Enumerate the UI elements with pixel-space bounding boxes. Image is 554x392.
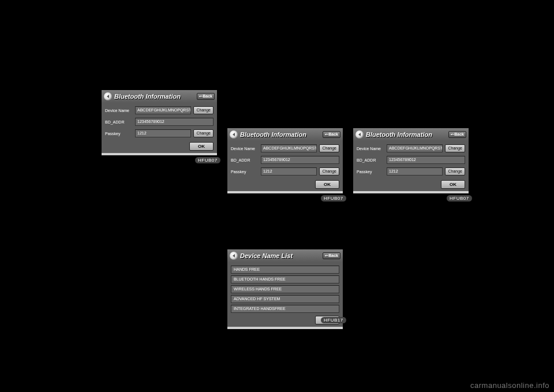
passkey-label: Passkey	[357, 170, 384, 174]
bd-addr-label: BD_ADDR	[231, 158, 259, 162]
speaker-icon	[230, 252, 238, 260]
bd-addr-label: BD_ADDR	[357, 158, 384, 162]
bluetooth-info-panel: Bluetooth Information ⤺Back Device Name …	[353, 128, 469, 193]
passkey-row: Passkey 1212 Change	[231, 167, 339, 176]
ok-button[interactable]: OK	[189, 142, 214, 151]
footer-bar	[102, 153, 217, 155]
bd-addr-row: BD_ADDR 123456789012	[105, 118, 214, 126]
device-name-row: Device Name ABCDEFGHIJKLMNOPQRST Change	[231, 144, 339, 152]
list-item[interactable]: ADVANCED HF SYSTEM	[231, 295, 339, 303]
device-name-value: ABCDEFGHIJKLMNOPQRST	[387, 144, 443, 152]
titlebar: Bluetooth Information ⤺Back	[353, 128, 469, 141]
device-name-label: Device Name	[105, 109, 133, 113]
list-item[interactable]: WIRELESS HANDS FREE	[231, 285, 339, 293]
change-device-name-button[interactable]: Change	[445, 144, 465, 152]
bd-addr-value: 123456789012	[261, 156, 339, 164]
panel-body: Device Name ABCDEFGHIJKLMNOPQRST Change …	[353, 141, 469, 191]
back-button[interactable]: ⤺Back	[448, 131, 466, 138]
panel-title: Bluetooth Information	[240, 131, 323, 138]
passkey-value: 1212	[261, 167, 317, 176]
device-name-value: ABCDEFGHIJKLMNOPQRST	[261, 144, 317, 152]
list-item[interactable]: HANDS FREE	[231, 266, 339, 274]
panel-title: Device Name List	[240, 252, 323, 259]
panel-title: Bluetooth Information	[366, 131, 448, 138]
device-name-value: ABCDEFGHIJKLMNOPQRST	[135, 106, 191, 114]
bd-addr-row: BD_ADDR 123456789012	[357, 156, 465, 164]
device-name-label: Device Name	[357, 147, 384, 151]
passkey-label: Passkey	[105, 132, 133, 136]
passkey-row: Passkey 1212 Change	[357, 167, 465, 176]
footer-bar	[227, 327, 343, 329]
back-button[interactable]: ⤺Back	[323, 131, 340, 138]
panel-title: Bluetooth Information	[114, 93, 197, 100]
bluetooth-info-panel: Bluetooth Information ⤺Back Device Name …	[102, 90, 217, 155]
speaker-icon	[104, 92, 112, 100]
change-passkey-button[interactable]: Change	[445, 167, 465, 176]
ok-button[interactable]: OK	[441, 180, 465, 189]
bd-addr-value: 123456789012	[135, 118, 214, 126]
bluetooth-info-panel: Bluetooth Information ⤺Back Device Name …	[227, 128, 343, 193]
speaker-icon	[355, 130, 364, 139]
titlebar: Bluetooth Information ⤺Back	[102, 90, 217, 103]
panel-body: Device Name ABCDEFGHIJKLMNOPQRST Change …	[227, 141, 343, 191]
footer-bar	[353, 191, 469, 193]
passkey-label: Passkey	[231, 170, 259, 174]
change-device-name-button[interactable]: Change	[193, 106, 214, 114]
titlebar: Device Name List ⤺Back	[227, 249, 343, 262]
change-passkey-button[interactable]: Change	[319, 167, 339, 176]
list-item[interactable]: INTEGRATED HANDSFREE	[231, 305, 339, 313]
bd-addr-value: 123456789012	[387, 156, 465, 164]
device-name-row: Device Name ABCDEFGHIJKLMNOPQRST Change	[357, 144, 465, 152]
figure-code: HFUB07	[195, 157, 220, 163]
passkey-value: 1212	[135, 129, 191, 137]
passkey-row: Passkey 1212 Change	[105, 129, 214, 137]
speaker-icon	[230, 130, 238, 139]
passkey-value: 1212	[387, 167, 443, 176]
bd-addr-label: BD_ADDR	[105, 120, 133, 124]
panel-body: Device Name ABCDEFGHIJKLMNOPQRST Change …	[102, 103, 217, 153]
device-name-label: Device Name	[231, 147, 259, 151]
back-button[interactable]: ⤺Back	[197, 93, 215, 100]
back-button[interactable]: ⤺Back	[323, 252, 340, 259]
watermark: carmanualsonline.info	[470, 381, 549, 390]
figure-code: HFUB17	[321, 317, 346, 323]
change-device-name-button[interactable]: Change	[319, 144, 339, 152]
ok-button[interactable]: OK	[315, 180, 339, 189]
titlebar: Bluetooth Information ⤺Back	[227, 128, 343, 141]
figure-code: HFUB07	[447, 195, 472, 201]
change-passkey-button[interactable]: Change	[193, 129, 214, 137]
footer-bar	[227, 191, 343, 193]
device-name-row: Device Name ABCDEFGHIJKLMNOPQRST Change	[105, 106, 214, 114]
bd-addr-row: BD_ADDR 123456789012	[231, 156, 339, 164]
list-item[interactable]: BLUETOOTH HANDS FREE	[231, 275, 339, 283]
figure-code: HFUB07	[321, 195, 346, 201]
